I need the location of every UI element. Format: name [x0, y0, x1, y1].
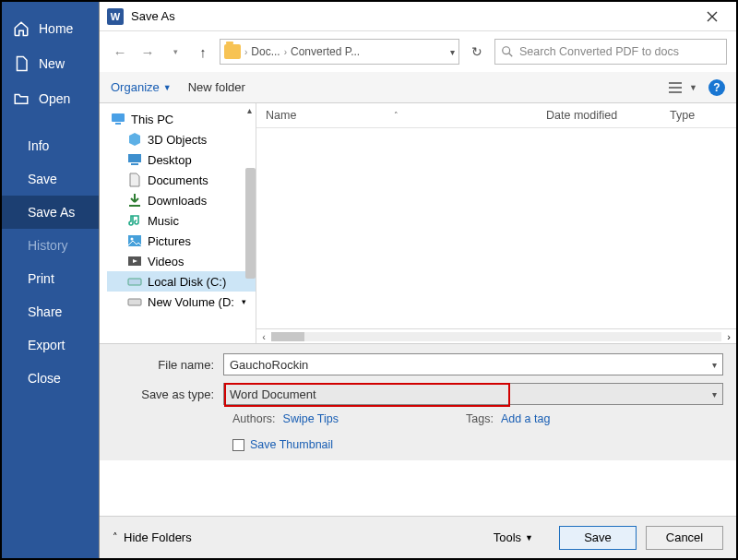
- save-type-value: Word Document: [230, 387, 316, 401]
- tree-item-documents[interactable]: Documents: [107, 170, 256, 190]
- file-name-row: File name: GauchoRockin ▾: [113, 353, 723, 375]
- organize-label: Organize: [111, 80, 160, 94]
- disk-icon: [127, 274, 142, 289]
- svg-rect-6: [128, 154, 141, 162]
- sidebar-item-save[interactable]: Save: [2, 162, 99, 196]
- column-header-date[interactable]: Date modified: [546, 109, 666, 122]
- refresh-button[interactable]: ↻: [465, 40, 489, 64]
- scroll-left-icon[interactable]: ‹: [256, 331, 271, 342]
- scroll-right-icon[interactable]: ›: [721, 331, 736, 342]
- breadcrumb-bar[interactable]: › Doc... › Converted P... ▾: [220, 39, 459, 65]
- nav-back-button[interactable]: ←: [109, 41, 131, 63]
- dialog-footer: ˄ Hide Folders Tools ▼ Save Cancel: [100, 516, 736, 558]
- svg-rect-11: [128, 279, 141, 285]
- nav-row: ← → ▾ ↑ › Doc... › Converted P... ▾ ↻ Se…: [100, 31, 736, 72]
- view-icon: [669, 81, 685, 94]
- cube-icon: [127, 132, 142, 147]
- save-button[interactable]: Save: [559, 526, 637, 550]
- sidebar-item-open[interactable]: Open: [2, 81, 99, 116]
- tree-item-local-disk[interactable]: Local Disk (C:): [107, 271, 256, 292]
- search-input[interactable]: Search Converted PDF to docs: [494, 39, 727, 65]
- close-button[interactable]: [696, 5, 729, 29]
- app-root: Home New Open Info Save Save As History …: [0, 0, 738, 560]
- tree-label: Videos: [148, 255, 184, 268]
- cancel-button[interactable]: Cancel: [646, 526, 723, 550]
- tree-item-this-pc[interactable]: This PC: [107, 109, 256, 129]
- file-name-input[interactable]: GauchoRockin ▾: [223, 353, 723, 375]
- home-icon: [13, 20, 30, 37]
- sidebar-label: Save: [28, 172, 57, 186]
- sidebar-label: Export: [28, 338, 65, 352]
- tree-item-pictures[interactable]: Pictures: [107, 231, 256, 251]
- hide-folders-button[interactable]: ˄ Hide Folders: [113, 530, 192, 544]
- help-button[interactable]: ?: [708, 79, 725, 96]
- word-app-icon: W: [107, 8, 124, 25]
- folder-icon: [224, 44, 241, 59]
- svg-rect-7: [131, 163, 138, 165]
- column-header-name[interactable]: Name ˄: [266, 109, 542, 122]
- tree-item-3d-objects[interactable]: 3D Objects: [107, 129, 256, 149]
- tree-item-new-volume[interactable]: New Volume (D: ▾: [107, 292, 256, 312]
- nav-recent-dropdown[interactable]: ▾: [164, 41, 186, 63]
- breadcrumb-part[interactable]: Converted P...: [291, 45, 360, 58]
- sidebar-label: Save As: [28, 205, 75, 220]
- breadcrumb-part[interactable]: Doc...: [251, 45, 280, 58]
- tags-value[interactable]: Add a tag: [501, 412, 551, 425]
- scroll-track[interactable]: [271, 332, 721, 341]
- column-header-type[interactable]: Type: [670, 109, 727, 122]
- breadcrumb-dropdown-icon[interactable]: ▾: [450, 47, 455, 57]
- chevron-down-icon[interactable]: ▾: [712, 389, 717, 399]
- sidebar-item-new[interactable]: New: [2, 46, 99, 81]
- tree-label: 3D Objects: [148, 133, 207, 147]
- chevron-down-icon: ▾: [242, 297, 246, 306]
- tree-item-downloads[interactable]: Downloads: [107, 190, 256, 210]
- dialog-titlebar: W Save As: [100, 2, 736, 31]
- pictures-icon: [127, 233, 142, 248]
- scroll-up-icon[interactable]: ▴: [247, 105, 252, 115]
- sidebar-item-share[interactable]: Share: [2, 295, 99, 328]
- tree-item-music[interactable]: Music: [107, 210, 256, 231]
- sidebar-label: Close: [28, 371, 61, 386]
- file-pane: Name ˄ Date modified Type ‹ ›: [256, 103, 736, 343]
- sidebar-item-save-as[interactable]: Save As: [2, 196, 99, 229]
- sidebar-label: New: [39, 56, 65, 71]
- hide-folders-label: Hide Folders: [124, 530, 192, 544]
- sort-asc-icon: ˄: [394, 111, 399, 120]
- file-list[interactable]: [256, 128, 736, 328]
- nav-forward-button[interactable]: →: [137, 41, 159, 63]
- organize-button[interactable]: Organize ▼: [111, 80, 172, 94]
- sidebar-item-home[interactable]: Home: [2, 11, 99, 46]
- authors-row: Authors: Swipe Tips Tags: Add a tag: [232, 412, 723, 425]
- save-thumbnail-row: Save Thumbnail: [232, 438, 723, 451]
- view-options-button[interactable]: ▼: [669, 81, 697, 94]
- sidebar-item-export[interactable]: Export: [2, 328, 99, 362]
- save-thumbnail-label[interactable]: Save Thumbnail: [250, 438, 333, 451]
- folder-tree: ▴ This PC 3D Objects Desktop: [100, 103, 256, 343]
- tree-label: Desktop: [148, 153, 192, 167]
- tree-scrollbar[interactable]: [245, 168, 256, 279]
- chevron-down-icon[interactable]: ▾: [712, 360, 717, 370]
- horizontal-scrollbar[interactable]: ‹ ›: [256, 328, 736, 343]
- nav-up-button[interactable]: ↑: [192, 41, 214, 63]
- tools-button[interactable]: Tools ▼: [494, 530, 533, 544]
- sidebar-item-close[interactable]: Close: [2, 362, 99, 395]
- chevron-right-icon: ›: [284, 47, 287, 57]
- tree-item-videos[interactable]: Videos: [107, 251, 256, 271]
- svg-rect-3: [669, 91, 682, 93]
- search-icon: [501, 45, 514, 58]
- tags-label: Tags:: [466, 412, 494, 425]
- disk-icon: [127, 294, 142, 309]
- sidebar-item-print[interactable]: Print: [2, 262, 99, 295]
- sidebar-item-info[interactable]: Info: [2, 129, 99, 162]
- tree-item-desktop[interactable]: Desktop: [107, 149, 256, 170]
- form-area: File name: GauchoRockin ▾ Save as type: …: [100, 343, 736, 460]
- new-folder-button[interactable]: New folder: [188, 80, 245, 94]
- svg-rect-5: [115, 123, 121, 125]
- svg-rect-8: [128, 235, 141, 246]
- save-type-select[interactable]: Word Document ▾: [223, 383, 723, 405]
- scroll-thumb[interactable]: [271, 332, 304, 341]
- save-thumbnail-checkbox[interactable]: [232, 439, 244, 451]
- tree-label: Downloads: [148, 194, 207, 208]
- authors-value[interactable]: Swipe Tips: [283, 412, 339, 425]
- search-placeholder: Search Converted PDF to docs: [519, 45, 679, 58]
